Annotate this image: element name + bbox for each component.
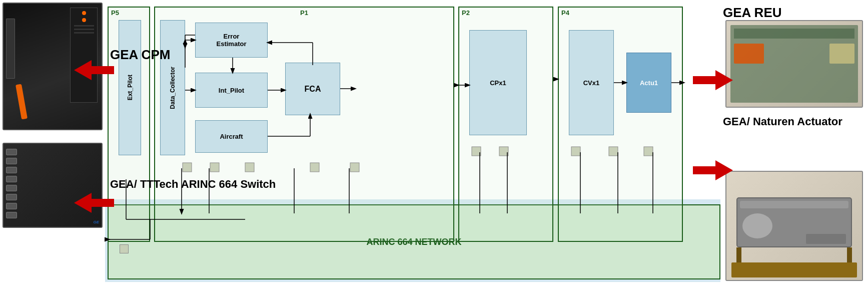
p5-label: P5 — [111, 9, 119, 17]
int-pilot-label: Int_Pilot — [219, 87, 244, 94]
p2-label: P2 — [462, 9, 470, 17]
actu1-block: Actu1 — [626, 53, 671, 113]
data-collector-block: Data_Collector — [160, 20, 185, 155]
aircraft-block: Aircraft — [195, 120, 268, 153]
svg-rect-25 — [609, 147, 618, 156]
svg-rect-17 — [210, 163, 219, 172]
p4-label: P4 — [561, 9, 569, 17]
error-estimator-block: Error Estimator — [195, 23, 268, 58]
data-collector-label: Data_Collector — [169, 67, 176, 109]
svg-rect-18 — [245, 163, 254, 172]
actuator-hardware-image — [725, 171, 863, 281]
ttt-arrow — [74, 193, 114, 215]
p1-box: P1 Data_Collector Error Estimator Int_Pi… — [154, 7, 454, 242]
actu1-label: Actu1 — [640, 79, 658, 87]
ext-pilot-block: Ext_Pilot — [119, 20, 141, 155]
gea-actuator-label: GEA/ Naturen Actuator — [723, 115, 842, 128]
fca-block: FCA — [285, 63, 340, 115]
fca-label: FCA — [305, 85, 321, 94]
cvx1-label: CVx1 — [583, 79, 600, 87]
aircraft-label: Aircraft — [220, 133, 243, 140]
cpx1-label: CPx1 — [490, 79, 506, 87]
svg-rect-22 — [499, 147, 508, 156]
svg-rect-16 — [183, 163, 192, 172]
svg-rect-20 — [350, 163, 359, 172]
gea-ttt-label: GEA/ TTTech ARINC 664 Switch — [110, 178, 276, 191]
cpm-arrow — [74, 60, 114, 82]
svg-rect-21 — [472, 147, 481, 156]
svg-rect-26 — [644, 147, 653, 156]
error-estimator-label: Error Estimator — [217, 33, 247, 48]
ttt-hardware-image: GE — [3, 143, 103, 228]
p2-box: P2 CPx1 — [458, 7, 553, 242]
p1-label: P1 — [300, 9, 308, 17]
cpx1-block: CPx1 — [469, 30, 527, 135]
ext-pilot-label: Ext_Pilot — [127, 75, 134, 100]
gea-reu-label: GEA REU — [723, 5, 782, 21]
int-pilot-block: Int_Pilot — [195, 73, 268, 108]
main-container: GEA CPM GE GEA/ TTTech ARINC 664 Switch — [0, 0, 868, 286]
diagram-area: ARINC 664 NETWORK P5 Ext_Pilot P1 Data_C… — [105, 4, 720, 282]
svg-rect-19 — [310, 163, 319, 172]
p4-box: P4 CVx1 Actu1 — [558, 7, 683, 242]
gea-cpm-label: GEA CPM — [110, 48, 170, 62]
svg-marker-0 — [74, 60, 114, 80]
cvx1-block: CVx1 — [569, 30, 614, 135]
reu-hardware-image — [725, 20, 863, 108]
svg-marker-1 — [74, 193, 114, 213]
svg-rect-24 — [571, 147, 580, 156]
